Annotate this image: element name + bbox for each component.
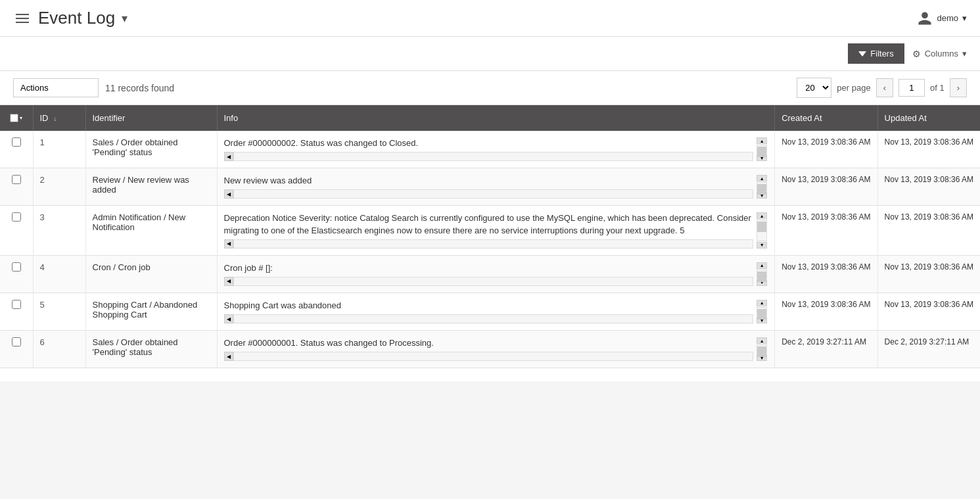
row-horiz-scroll: ◀ (224, 152, 754, 161)
records-found: 11 records found (105, 83, 174, 93)
columns-button[interactable]: ⚙ Columns ▾ (912, 49, 967, 59)
th-info[interactable]: Info (217, 105, 775, 131)
user-icon (917, 11, 933, 26)
row-checkbox[interactable] (12, 175, 21, 184)
row-identifier: Sales / Order obtained 'Pending' status (85, 131, 217, 168)
row-info-scrollbar: ▲ ▼ (756, 337, 768, 361)
row-info: Order #000000002. Status was changed to … (217, 131, 775, 168)
row-created-at: Nov 13, 2019 3:08:36 AM (775, 168, 877, 206)
row-updated-at: Dec 2, 2019 3:27:11 AM (877, 331, 980, 368)
per-page-label: per page (837, 83, 870, 93)
row-scroll-left-btn[interactable]: ◀ (224, 314, 233, 323)
th-identifier[interactable]: Identifier (85, 105, 217, 131)
row-identifier: Sales / Order obtained 'Pending' status (85, 331, 217, 368)
row-info-area: Shopping Cart was abandoned ◀ ▲ ▼ (224, 300, 768, 323)
actions-select[interactable]: Actions (13, 78, 99, 97)
row-scroll-track (757, 307, 767, 316)
row-id: 2 (33, 168, 85, 206)
hamburger-icon[interactable] (13, 11, 32, 26)
row-scroll-up-btn[interactable]: ▲ (757, 262, 767, 269)
row-horiz-track (233, 152, 754, 161)
row-identifier: Admin Notification / New Notification (85, 206, 217, 255)
th-updated-at[interactable]: Updated At (877, 105, 980, 131)
row-scroll-thumb (757, 346, 766, 357)
row-horiz-scroll: ◀ (224, 277, 754, 286)
prev-page-button[interactable]: ‹ (876, 78, 893, 97)
row-info-area: New review was added ◀ ▲ ▼ (224, 175, 768, 199)
row-checkbox-cell (0, 131, 33, 168)
row-created-at: Nov 13, 2019 3:08:36 AM (775, 206, 877, 255)
row-scroll-left-btn[interactable]: ◀ (224, 239, 233, 249)
row-info-scrollbar: ▲ ▼ (756, 137, 768, 161)
row-scroll-track (757, 345, 767, 354)
row-info-content: Deprecation Notice Severity: notice Cata… (224, 212, 754, 248)
row-horiz-track (233, 277, 754, 286)
th-created-at[interactable]: Created At (775, 105, 877, 131)
row-scroll-thumb (757, 309, 766, 320)
row-scroll-left-btn[interactable]: ◀ (224, 277, 233, 286)
table-row: 5Shopping Cart / Abandoned Shopping Cart… (0, 293, 980, 330)
row-info: Order #000000001. Status was changed to … (217, 331, 775, 368)
row-scroll-left-btn[interactable]: ◀ (224, 152, 233, 161)
row-info: Cron job # []: ◀ ▲ ▼ (217, 255, 775, 293)
select-all-checkbox[interactable] (10, 114, 18, 122)
row-scroll-thumb (757, 184, 766, 195)
row-scroll-track (757, 270, 767, 279)
row-checkbox[interactable] (12, 137, 21, 147)
row-info-scrollbar: ▲ ▼ (756, 175, 768, 199)
row-checkbox[interactable] (12, 300, 21, 309)
filters-button[interactable]: Filters (848, 43, 904, 64)
user-menu[interactable]: demo ▾ (917, 11, 967, 26)
row-scroll-up-btn[interactable]: ▲ (757, 300, 767, 306)
table-row: 4Cron / Cron job Cron job # []: ◀ ▲ ▼ No… (0, 255, 980, 293)
row-identifier: Cron / Cron job (85, 255, 217, 293)
columns-dropdown-icon: ▾ (962, 49, 967, 59)
row-checkbox[interactable] (12, 337, 21, 346)
row-info: New review was added ◀ ▲ ▼ (217, 168, 775, 206)
row-scroll-up-btn[interactable]: ▲ (757, 212, 767, 219)
table-row: 6Sales / Order obtained 'Pending' status… (0, 331, 980, 368)
page-number-input[interactable] (898, 79, 925, 97)
row-info-scrollbar: ▲ ▼ (756, 212, 768, 248)
th-id[interactable]: ID ↓ (33, 105, 85, 131)
gear-icon: ⚙ (912, 49, 921, 59)
row-info-content: Order #000000001. Status was changed to … (224, 337, 754, 361)
table-row: 1Sales / Order obtained 'Pending' status… (0, 131, 980, 168)
row-info-content: New review was added ◀ (224, 175, 754, 199)
row-info-content: Cron job # []: ◀ (224, 262, 754, 286)
row-horiz-track (233, 239, 754, 249)
page-title-dropdown-icon[interactable]: ▾ (122, 11, 128, 26)
row-horiz-scroll: ◀ (224, 239, 754, 249)
row-horiz-track (233, 189, 754, 199)
actions-bar: Actions 11 records found 20 per page ‹ o… (0, 71, 980, 105)
row-info: Deprecation Notice Severity: notice Cata… (217, 206, 775, 255)
id-sort-icon: ↓ (53, 115, 57, 122)
row-identifier: Shopping Cart / Abandoned Shopping Cart (85, 293, 217, 330)
row-scroll-down-btn[interactable]: ▼ (757, 242, 767, 249)
user-dropdown-icon[interactable]: ▾ (962, 13, 967, 23)
table-row: 2Review / New review was added New revie… (0, 168, 980, 206)
row-checkbox[interactable] (12, 212, 21, 222)
row-scroll-up-btn[interactable]: ▲ (757, 137, 767, 144)
th-checkbox: ▾ (0, 105, 33, 131)
row-horiz-scroll: ◀ (224, 352, 754, 361)
row-horiz-track (233, 352, 754, 361)
row-horiz-scroll: ◀ (224, 189, 754, 199)
row-scroll-left-btn[interactable]: ◀ (224, 189, 233, 199)
next-page-button[interactable]: › (950, 78, 967, 97)
actions-left: Actions 11 records found (13, 78, 174, 97)
row-scroll-up-btn[interactable]: ▲ (757, 175, 767, 181)
per-page-select[interactable]: 20 (797, 78, 831, 98)
row-info-area: Cron job # []: ◀ ▲ ▼ (224, 262, 768, 286)
table-container: ▾ ID ↓ Identifier Info Created At Updat (0, 105, 980, 381)
row-identifier: Review / New review was added (85, 168, 217, 206)
row-scroll-track (757, 145, 767, 154)
row-scroll-thumb (757, 222, 766, 232)
row-checkbox[interactable] (12, 262, 21, 272)
row-scroll-up-btn[interactable]: ▲ (757, 337, 767, 344)
top-header: Event Log ▾ demo ▾ (0, 0, 980, 37)
user-name: demo (937, 13, 958, 23)
table-row: 3Admin Notification / New Notification D… (0, 206, 980, 255)
checkbox-dropdown-icon[interactable]: ▾ (20, 115, 22, 121)
row-scroll-left-btn[interactable]: ◀ (224, 352, 233, 361)
